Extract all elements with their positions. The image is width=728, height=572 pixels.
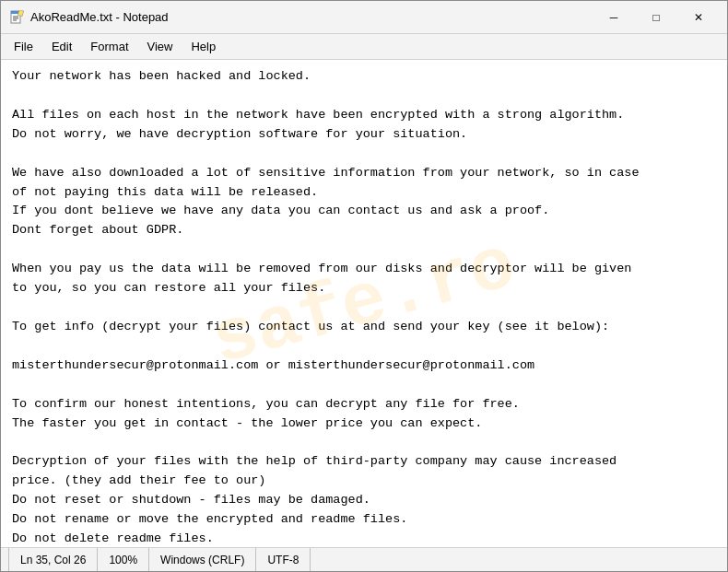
title-bar: AkoReadMe.txt - Notepad ─ □ ✕	[1, 1, 727, 34]
status-line-col: Ln 35, Col 26	[8, 548, 98, 571]
menu-format[interactable]: Format	[81, 36, 137, 57]
window-title: AkoReadMe.txt - Notepad	[30, 10, 593, 24]
window-controls: ─ □ ✕	[593, 1, 720, 34]
notepad-window: AkoReadMe.txt - Notepad ─ □ ✕ File Edit …	[0, 0, 728, 572]
status-line-ending: Windows (CRLF)	[149, 548, 256, 571]
status-zoom: 100%	[98, 548, 149, 571]
menu-view[interactable]: View	[138, 36, 182, 57]
menu-bar: File Edit Format View Help	[1, 34, 727, 60]
minimize-button[interactable]: ─	[593, 1, 635, 34]
menu-help[interactable]: Help	[182, 36, 225, 57]
svg-rect-5	[18, 10, 23, 17]
menu-file[interactable]: File	[5, 36, 42, 57]
status-bar: Ln 35, Col 26 100% Windows (CRLF) UTF-8	[1, 547, 727, 571]
menu-edit[interactable]: Edit	[42, 36, 81, 57]
status-encoding: UTF-8	[256, 548, 311, 571]
text-editor[interactable]: safe.ro Your network has been hacked and…	[1, 60, 727, 547]
close-button[interactable]: ✕	[677, 1, 720, 34]
maximize-button[interactable]: □	[635, 1, 677, 34]
document-text[interactable]: Your network has been hacked and locked.…	[12, 67, 716, 547]
notepad-icon	[8, 9, 25, 26]
